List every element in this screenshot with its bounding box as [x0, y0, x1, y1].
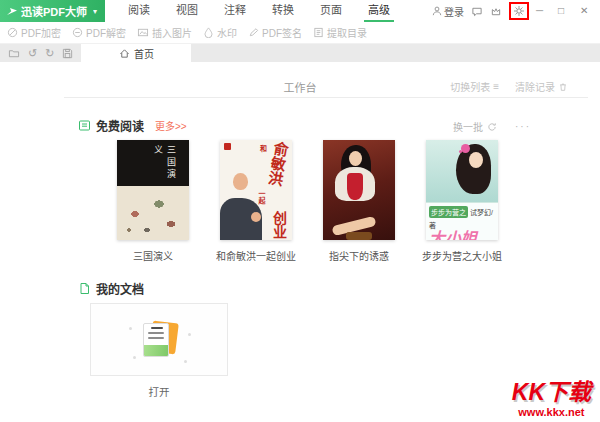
feedback-button[interactable] — [471, 6, 483, 17]
refresh-batch-button[interactable]: 换一批 — [453, 119, 483, 134]
menu-read[interactable]: 阅读 — [115, 0, 163, 22]
gear-icon[interactable] — [513, 5, 525, 17]
extract-toc-button[interactable]: 提取目录 — [313, 25, 367, 40]
workbench-divider — [64, 97, 588, 98]
menu-bar: 迅读PDF大师 ▾ 阅读 视图 注释 转换 页面 高级 登录 — [0, 0, 600, 22]
login-label: 登录 — [444, 4, 464, 19]
book-card[interactable]: 和 俞敏洪 一起 创业 和俞敏洪一起创业 — [220, 140, 292, 263]
open-document-card[interactable] — [90, 303, 228, 376]
book-card[interactable]: 三国演义 三国演义 — [117, 140, 189, 263]
flower-icon — [461, 144, 470, 153]
tab-home-label: 首页 — [134, 46, 154, 61]
quick-actions: ↺ ↻ — [0, 44, 81, 62]
minimize-button[interactable]: ─ — [536, 0, 551, 22]
cover-vertical-title: 三国演义 — [152, 145, 178, 186]
main-menu: 阅读 视图 注释 转换 页面 高级 — [115, 0, 403, 22]
app-window: 迅读PDF大师 ▾ 阅读 视图 注释 转换 页面 高级 登录 — [0, 0, 600, 422]
watermark-button[interactable]: 水印 — [203, 25, 237, 40]
free-reading-title: 免费阅读 — [96, 117, 144, 134]
my-documents-header: 我的文档 — [78, 280, 144, 297]
image-icon — [137, 27, 149, 38]
book-cover-sanguo[interactable]: 三国演义 — [117, 140, 189, 240]
book-card[interactable]: 步步为营之试梦幻/著 大小姐 步步为营之大小姐 — [426, 140, 498, 263]
book-title[interactable]: 和俞敏洪一起创业 — [216, 248, 296, 263]
insert-image-button[interactable]: 插入图片 — [137, 25, 192, 40]
close-button[interactable]: ✕ — [580, 0, 595, 22]
pdf-sign-button[interactable]: PDF签名 — [248, 25, 302, 40]
book-title[interactable]: 三国演义 — [133, 248, 173, 263]
menu-view[interactable]: 视图 — [163, 0, 211, 22]
maximize-button[interactable]: □ — [558, 0, 573, 22]
switch-list-label: 切换列表 — [450, 79, 490, 94]
menu-convert[interactable]: 转换 — [259, 0, 307, 22]
pdf-encrypt-button[interactable]: PDF加密 — [7, 25, 61, 40]
free-reading-more-link[interactable]: 更多>> — [155, 118, 187, 133]
refresh-icon[interactable] — [487, 122, 497, 132]
home-content: 工作台 切换列表 ≡ 清除记录 免费阅读 更多>> 换一批 — [0, 62, 600, 422]
save-icon[interactable] — [62, 48, 73, 59]
login-button[interactable]: 登录 — [432, 4, 464, 19]
trash-icon — [558, 82, 568, 92]
app-logo-button[interactable]: 迅读PDF大师 ▾ — [0, 0, 105, 22]
home-icon — [119, 48, 130, 59]
open-document-icon — [137, 321, 181, 359]
pen-icon — [248, 27, 259, 38]
switch-list-button[interactable]: 切换列表 ≡ — [450, 79, 499, 94]
tab-home[interactable]: 首页 — [81, 44, 191, 62]
window-controls: 登录 ─ □ ✕ — [425, 0, 600, 22]
tab-bar: ↺ ↻ 首页 — [0, 44, 600, 62]
workbench-links: 切换列表 ≡ 清除记录 — [450, 79, 568, 94]
book-shelf: 三国演义 三国演义 和 俞敏洪 一起 创业 — [117, 140, 498, 263]
toc-icon — [313, 27, 324, 38]
vip-button[interactable] — [490, 6, 502, 17]
book-cover-yuminhong[interactable]: 和 俞敏洪 一起 创业 — [220, 140, 292, 240]
pdf-decrypt-button[interactable]: PDF解密 — [72, 25, 126, 40]
watermark-url: www.kkx.net — [512, 407, 591, 418]
redo-icon[interactable]: ↻ — [45, 48, 54, 59]
clear-records-label: 清除记录 — [515, 79, 555, 94]
open-document-label: 打开 — [90, 384, 228, 399]
book-title[interactable]: 步步为营之大小姐 — [422, 248, 502, 263]
book-cover-zhijian[interactable] — [323, 140, 395, 240]
more-options-icon[interactable]: ··· — [515, 121, 531, 132]
menu-advanced[interactable]: 高级 — [355, 0, 403, 22]
app-logo-icon — [6, 5, 18, 17]
book-list-icon — [78, 119, 91, 132]
droplet-icon — [203, 27, 214, 38]
crown-icon — [490, 6, 502, 17]
menu-annotate[interactable]: 注释 — [211, 0, 259, 22]
cover-seal — [224, 143, 231, 150]
site-watermark: KK下载 www.kkx.net — [512, 381, 591, 418]
advanced-toolbar: PDF加密 PDF解密 插入图片 水印 PDF签名 — [0, 22, 600, 44]
free-reading-header: 免费阅读 更多>> — [78, 117, 187, 134]
chevron-down-icon: ▾ — [93, 7, 97, 16]
app-title: 迅读PDF大师 — [21, 3, 87, 19]
clear-records-button[interactable]: 清除记录 — [515, 79, 568, 94]
book-title[interactable]: 指尖下的诱惑 — [329, 248, 389, 263]
book-card[interactable]: 指尖下的诱惑 — [323, 140, 395, 263]
user-icon — [432, 6, 442, 16]
cover-illustration — [117, 186, 189, 240]
open-folder-icon[interactable] — [8, 48, 20, 59]
list-icon: ≡ — [493, 82, 499, 92]
undo-icon[interactable]: ↺ — [28, 48, 37, 59]
decrypt-icon — [72, 27, 83, 38]
encrypt-icon — [7, 27, 18, 38]
document-icon — [78, 282, 91, 295]
free-reading-actions: 换一批 ··· — [453, 119, 531, 134]
watermark-brand: KK下载 — [512, 381, 591, 404]
settings-annotation-highlight — [509, 2, 529, 20]
message-icon — [471, 6, 483, 17]
menu-page[interactable]: 页面 — [307, 0, 355, 22]
book-cover-daxiaojie[interactable]: 步步为营之试梦幻/著 大小姐 — [426, 140, 498, 240]
my-documents-title: 我的文档 — [96, 280, 144, 297]
